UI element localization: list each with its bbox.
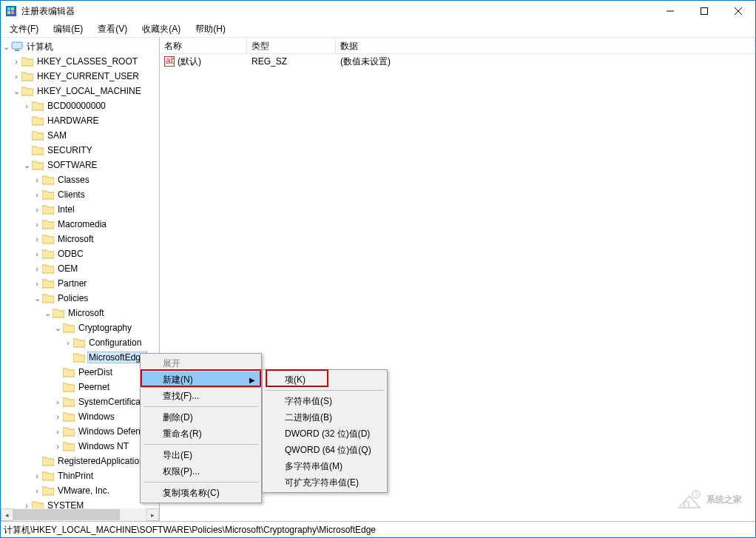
ctx-new-qword[interactable]: QWORD (64 位)值(Q): [264, 442, 385, 458]
tree-windows[interactable]: ›Windows: [1, 409, 159, 424]
tree-hkcr[interactable]: ›HKEY_CLASSES_ROOT: [1, 54, 159, 69]
ctx-new-dword[interactable]: DWORD (32 位)值(D): [264, 426, 385, 442]
ctx-permissions[interactable]: 权限(P)...: [142, 463, 260, 480]
expander-icon[interactable]: ›: [32, 471, 42, 481]
tree-peerdist[interactable]: ›PeerDist: [1, 365, 159, 380]
svg-rect-10: [15, 50, 19, 51]
tree-hklm[interactable]: ⌄HKEY_LOCAL_MACHINE: [1, 84, 159, 98]
tree-windowsdef[interactable]: ›Windows Defender: [1, 424, 159, 439]
expander-icon[interactable]: ⌄: [42, 308, 53, 318]
folder-icon: [42, 219, 54, 229]
tree-pane[interactable]: ⌄计算机 ›HKEY_CLASSES_ROOT ›HKEY_CURRENT_US…: [1, 38, 160, 521]
svg-rect-1: [7, 7, 10, 10]
ctx-new-binary[interactable]: 二进制值(B): [264, 409, 385, 426]
tree-computer[interactable]: ⌄计算机: [1, 39, 159, 54]
ctx-rename[interactable]: 重命名(R): [142, 426, 260, 442]
ctx-new-expandstring[interactable]: 可扩充字符串值(E): [264, 474, 385, 491]
menu-favorites[interactable]: 收藏夹(A): [136, 21, 186, 37]
tree-systemcert[interactable]: ›SystemCertificates: [1, 394, 159, 409]
expander-icon[interactable]: ⌄: [21, 160, 32, 170]
close-button[interactable]: [721, 1, 755, 21]
tree-clients[interactable]: ›Clients: [1, 187, 159, 202]
tree-partner[interactable]: ›Partner: [1, 276, 159, 291]
maximize-button[interactable]: [687, 1, 721, 21]
tree-horizontal-scrollbar[interactable]: ◂ ▸: [1, 508, 159, 521]
tree-microsoftedge[interactable]: ›MicrosoftEdge: [1, 350, 159, 365]
ctx-new-string[interactable]: 字符串值(S): [264, 393, 385, 409]
tree-policies[interactable]: ⌄Policies: [1, 291, 159, 306]
tree-regapps[interactable]: ›RegisteredApplications: [1, 454, 159, 468]
expander-icon[interactable]: ›: [32, 219, 42, 229]
column-header-data[interactable]: 数据: [336, 38, 755, 53]
menu-help[interactable]: 帮助(H): [189, 21, 232, 37]
minimize-button[interactable]: [653, 1, 687, 21]
tree-odbc[interactable]: ›ODBC: [1, 246, 159, 261]
ctx-new[interactable]: 新建(N)▶: [142, 371, 260, 388]
column-header-name[interactable]: 名称: [160, 38, 247, 53]
folder-icon: [21, 86, 33, 96]
tree-peernet[interactable]: ›Peernet: [1, 380, 159, 394]
expander-icon[interactable]: ›: [53, 397, 63, 407]
tree-security[interactable]: ›SECURITY: [1, 143, 159, 158]
tree-sam[interactable]: ›SAM: [1, 128, 159, 143]
tree-policies-microsoft[interactable]: ⌄Microsoft: [1, 306, 159, 320]
list-row[interactable]: ab (默认) REG_SZ (数值未设置): [160, 54, 755, 69]
expander-icon[interactable]: ›: [63, 337, 73, 348]
scroll-right-button[interactable]: ▸: [146, 508, 159, 521]
expander-icon[interactable]: ›: [11, 71, 21, 81]
ctx-new-key[interactable]: 项(K): [264, 371, 385, 388]
expander-icon[interactable]: ›: [53, 426, 63, 437]
column-header-type[interactable]: 类型: [247, 38, 336, 53]
tree-thinprint[interactable]: ›ThinPrint: [1, 468, 159, 483]
tree-hkcu[interactable]: ›HKEY_CURRENT_USER: [1, 69, 159, 84]
expander-icon[interactable]: ›: [11, 56, 21, 67]
expander-icon[interactable]: ›: [32, 263, 42, 274]
tree-configuration[interactable]: ›Configuration: [1, 335, 159, 350]
ctx-export[interactable]: 导出(E): [142, 447, 260, 463]
tree-microsoft[interactable]: ›Microsoft: [1, 232, 159, 246]
tree-vmware[interactable]: ›VMware, Inc.: [1, 483, 159, 498]
expander-icon[interactable]: ›: [21, 101, 32, 111]
tree-intel[interactable]: ›Intel: [1, 202, 159, 217]
expander-icon[interactable]: ›: [32, 278, 42, 289]
expander-icon[interactable]: ⌄: [1, 41, 11, 52]
expander-icon[interactable]: ›: [32, 189, 42, 200]
folder-icon: [32, 145, 44, 155]
menu-separator: [266, 390, 384, 391]
tree-cryptography[interactable]: ⌄Cryptography: [1, 320, 159, 335]
scroll-thumb[interactable]: [13, 509, 120, 520]
tree-software[interactable]: ⌄SOFTWARE: [1, 158, 159, 172]
menu-separator: [144, 482, 258, 482]
menu-edit[interactable]: 编辑(E): [47, 21, 89, 37]
tree-bcd[interactable]: ›BCD00000000: [1, 98, 159, 113]
ctx-delete[interactable]: 删除(D): [142, 409, 260, 426]
tree-oem[interactable]: ›OEM: [1, 261, 159, 276]
expander-icon[interactable]: ⌄: [11, 86, 21, 96]
folder-icon: [63, 441, 75, 451]
expander-icon[interactable]: ›: [32, 175, 42, 185]
scroll-track[interactable]: [13, 508, 146, 521]
folder-icon: [63, 323, 75, 333]
tree-hardware[interactable]: ›HARDWARE: [1, 113, 159, 128]
expander-icon[interactable]: ›: [32, 234, 42, 244]
registry-editor-window: 注册表编辑器 文件(F) 编辑(E) 查看(V) 收藏夹(A) 帮助(H) ⌄计…: [0, 0, 756, 538]
expander-icon[interactable]: ›: [32, 249, 42, 259]
folder-icon: [42, 249, 54, 259]
scroll-left-button[interactable]: ◂: [1, 508, 13, 521]
tree-windowsnt[interactable]: ›Windows NT: [1, 439, 159, 454]
folder-icon: [63, 367, 75, 377]
expander-icon[interactable]: ⌄: [53, 323, 63, 333]
expander-icon[interactable]: ›: [32, 204, 42, 215]
menubar: 文件(F) 编辑(E) 查看(V) 收藏夹(A) 帮助(H): [1, 21, 755, 38]
tree-macromedia[interactable]: ›Macromedia: [1, 217, 159, 232]
expander-icon[interactable]: ›: [53, 441, 63, 451]
expander-icon[interactable]: ›: [53, 411, 63, 422]
ctx-find[interactable]: 查找(F)...: [142, 388, 260, 404]
ctx-copykey[interactable]: 复制项名称(C): [142, 485, 260, 501]
expander-icon[interactable]: ⌄: [32, 293, 42, 303]
menu-file[interactable]: 文件(F): [4, 21, 44, 37]
tree-classes[interactable]: ›Classes: [1, 172, 159, 187]
menu-view[interactable]: 查看(V): [92, 21, 133, 37]
ctx-new-multistring[interactable]: 多字符串值(M): [264, 458, 385, 474]
expander-icon[interactable]: ›: [32, 485, 42, 496]
